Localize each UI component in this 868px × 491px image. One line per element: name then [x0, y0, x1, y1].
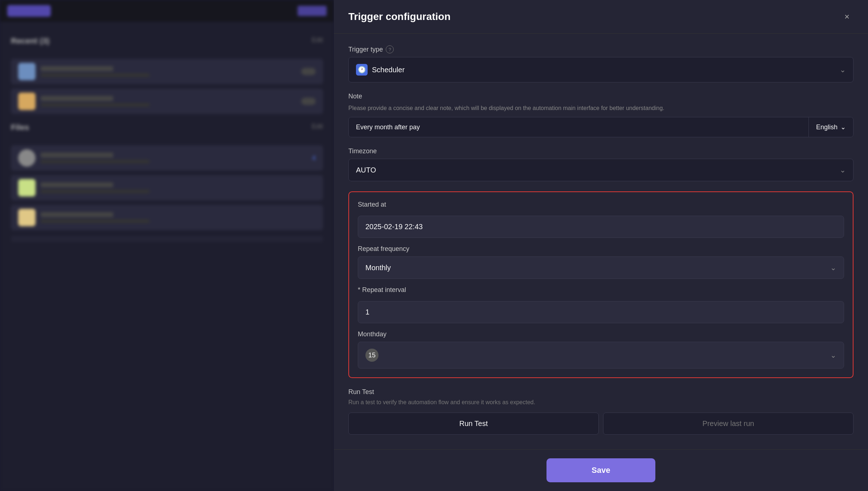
run-test-label: Run Test — [348, 388, 853, 396]
section1-btn: Edit — [312, 36, 323, 53]
chevron-down-icon: ⌄ — [830, 351, 836, 360]
list-icon — [18, 63, 36, 80]
list-line1 — [41, 182, 113, 187]
list-line2 — [41, 103, 150, 107]
repeat-frequency-label: Repeat frequency — [358, 245, 844, 253]
monthday-dropdown[interactable]: 15 ⌄ — [358, 342, 844, 369]
preview-last-run-button[interactable]: Preview last run — [603, 413, 853, 435]
note-language-dropdown[interactable]: English ⌄ — [808, 117, 853, 137]
list-badge: 4 — [312, 154, 316, 162]
list-badge — [301, 68, 316, 75]
chevron-down-icon: ⌄ — [840, 65, 846, 74]
save-button[interactable]: Save — [546, 458, 655, 482]
repeat-interval-section: * Repeat interval — [358, 286, 844, 323]
timezone-label: Timezone — [348, 147, 853, 155]
list-line1 — [41, 153, 113, 158]
list-item — [11, 205, 323, 230]
list-badge — [301, 98, 316, 105]
repeat-frequency-dropdown[interactable]: Monthly ⌄ — [358, 256, 844, 279]
section2-btn: Edit — [312, 123, 323, 139]
top-bar-btn — [298, 6, 327, 16]
monthday-section: Monthday 15 ⌄ — [358, 330, 844, 369]
run-test-section: Run Test Run a test to verify the automa… — [348, 388, 853, 435]
trigger-type-section: Trigger type ? 🕐 Scheduler ⌄ — [348, 45, 853, 82]
logo — [7, 5, 51, 17]
list-item — [11, 89, 323, 114]
list-icon — [18, 149, 36, 167]
list-line2 — [41, 190, 150, 193]
modal-body: Trigger type ? 🕐 Scheduler ⌄ Note Please… — [334, 34, 868, 449]
modal-header: Trigger configuration × — [334, 0, 868, 34]
timezone-section: Timezone AUTO ⌄ — [348, 147, 853, 181]
list-item: 4 — [11, 145, 323, 171]
note-text-input[interactable] — [349, 117, 808, 137]
scheduler-icon: 🕐 — [356, 64, 368, 76]
repeat-frequency-value: Monthly — [365, 264, 391, 272]
help-icon[interactable]: ? — [386, 45, 394, 53]
monthday-badge-wrapper: 15 — [365, 349, 378, 362]
note-label: Note — [348, 93, 853, 100]
trigger-config-modal: Trigger configuration × Trigger type ? 🕐… — [334, 0, 868, 491]
list-text — [41, 96, 296, 107]
language-value: English — [816, 123, 838, 131]
started-at-section: Started at — [358, 201, 844, 238]
close-icon: × — [844, 12, 849, 22]
list-line2 — [41, 219, 150, 223]
run-test-buttons: Run Test Preview last run — [348, 413, 853, 435]
run-test-description: Run a test to verify the automation flow… — [348, 398, 853, 407]
scheduler-config-section: Started at Repeat frequency Monthly ⌄ * … — [348, 191, 853, 378]
left-content: Recent (3) Edit Files Edit — [0, 22, 334, 256]
started-at-label: Started at — [358, 201, 844, 208]
note-description: Please provide a concise and clear note,… — [348, 104, 853, 113]
list-item — [11, 175, 323, 200]
list-text — [41, 182, 316, 193]
list-line2 — [41, 73, 150, 77]
repeat-frequency-section: Repeat frequency Monthly ⌄ — [358, 245, 844, 279]
list-text — [41, 153, 307, 163]
note-input-row: English ⌄ — [348, 117, 853, 137]
modal-footer: Save — [334, 449, 868, 491]
top-bar — [0, 0, 334, 22]
list-text — [41, 212, 316, 223]
repeat-interval-label: * Repeat interval — [358, 286, 844, 294]
monthday-badge: 15 — [365, 349, 378, 362]
trigger-type-label: Trigger type ? — [348, 45, 853, 53]
trigger-type-value: Scheduler — [372, 66, 405, 74]
list-icon — [18, 209, 36, 226]
list-text — [41, 66, 296, 77]
timezone-dropdown[interactable]: AUTO ⌄ — [348, 159, 853, 181]
chevron-down-icon: ⌄ — [830, 263, 836, 272]
chevron-down-icon: ⌄ — [840, 123, 846, 131]
chevron-down-icon: ⌄ — [840, 166, 846, 174]
note-section: Note Please provide a concise and clear … — [348, 93, 853, 137]
list-line1 — [41, 66, 113, 71]
list-icon — [18, 179, 36, 196]
list-line1 — [41, 212, 113, 217]
list-line2 — [41, 160, 150, 163]
run-test-button[interactable]: Run Test — [348, 413, 599, 435]
modal-close-button[interactable]: × — [840, 10, 853, 23]
list-line1 — [41, 96, 113, 101]
trigger-type-dropdown[interactable]: 🕐 Scheduler ⌄ — [348, 57, 853, 82]
bottom-bar — [11, 236, 323, 242]
started-at-input[interactable] — [358, 216, 844, 238]
list-icon — [18, 93, 36, 110]
dropdown-left: 🕐 Scheduler — [356, 64, 405, 76]
list-item — [11, 59, 323, 84]
monthday-label: Monthday — [358, 330, 844, 338]
left-panel: Recent (3) Edit Files Edit — [0, 0, 334, 491]
repeat-interval-input[interactable] — [358, 301, 844, 323]
section2-title: Files — [11, 123, 29, 132]
modal-title: Trigger configuration — [348, 11, 451, 23]
timezone-value: AUTO — [356, 166, 376, 174]
section1-title: Recent (3) — [11, 36, 49, 46]
